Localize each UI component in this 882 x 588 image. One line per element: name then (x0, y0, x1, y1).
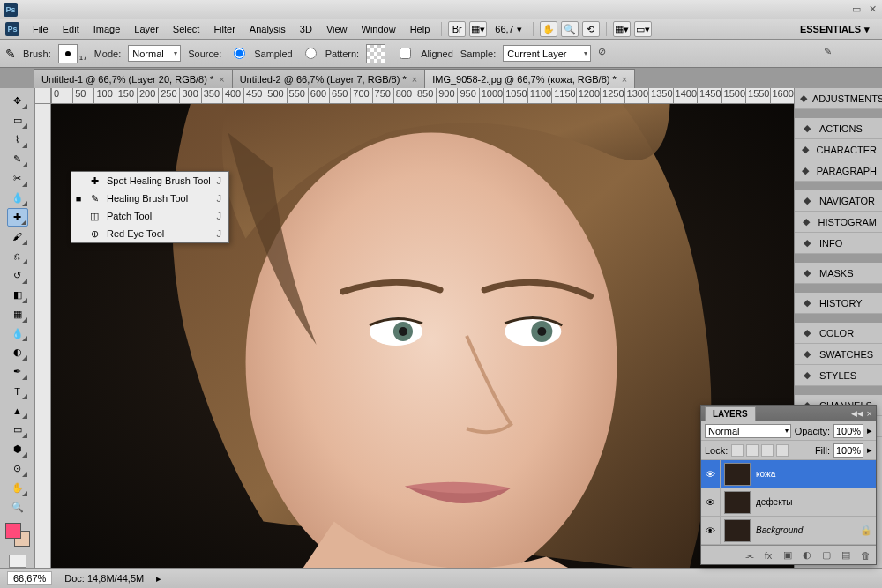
menu-select[interactable]: Select (167, 21, 206, 37)
brush-preset-picker[interactable] (58, 44, 78, 63)
pen-tool[interactable]: ✒ (7, 362, 28, 381)
blur-tool[interactable]: 💧 (7, 324, 28, 343)
panel-tab-info[interactable]: ◆INFO (795, 233, 882, 254)
blend-mode-dropdown[interactable]: Normal (705, 424, 791, 438)
menu-layer[interactable]: Layer (128, 21, 165, 37)
document-tab[interactable]: Untitled-2 @ 66,7% (Layer 7, RGB/8) *× (232, 69, 426, 88)
panel-tab-character[interactable]: ◆CHARACTER (795, 139, 882, 160)
menu-analysis[interactable]: Analysis (243, 21, 292, 37)
new-layer-icon[interactable]: ▤ (839, 548, 853, 562)
marquee-tool[interactable]: ▭ (7, 111, 28, 130)
delete-layer-icon[interactable]: 🗑 (858, 548, 872, 562)
opacity-input[interactable]: 100% (833, 424, 863, 438)
arrange-icon[interactable]: ▦▾ (613, 21, 631, 37)
menu-help[interactable]: Help (404, 21, 437, 37)
type-tool[interactable]: T (7, 382, 28, 400)
color-swatches[interactable] (5, 523, 30, 547)
panel-tab-adjustments[interactable]: ◆ADJUSTMENTS (795, 88, 882, 109)
menu-file[interactable]: File (26, 21, 55, 37)
menu-image[interactable]: Image (87, 21, 127, 37)
zoom-tool-shortcut-icon[interactable]: 🔍 (561, 21, 579, 37)
path-select-tool[interactable]: ▲ (7, 401, 28, 420)
menu-3d[interactable]: 3D (294, 21, 318, 37)
document-tab[interactable]: Untitled-1 @ 66,7% (Layer 20, RGB/8) *× (34, 69, 233, 88)
mode-dropdown[interactable]: Normal (128, 45, 181, 62)
fill-flyout-icon[interactable]: ▸ (867, 444, 872, 456)
close-icon[interactable]: × (622, 74, 627, 85)
visibility-toggle-icon[interactable]: 👁 (701, 517, 721, 544)
layer-thumbnail[interactable] (724, 519, 751, 542)
panel-tab-history[interactable]: ◆HISTORY (795, 293, 882, 314)
flyout-patch[interactable]: ◫ Patch ToolJ (71, 207, 228, 225)
close-icon[interactable]: × (219, 74, 224, 85)
menu-view[interactable]: View (320, 21, 354, 37)
opacity-flyout-icon[interactable]: ▸ (867, 425, 872, 436)
visibility-toggle-icon[interactable]: 👁 (701, 488, 721, 516)
foreground-color-swatch[interactable] (5, 523, 21, 539)
layer-mask-icon[interactable]: ▣ (781, 548, 795, 562)
horizontal-ruler[interactable]: 0501001502002503003504004505005506006507… (51, 88, 794, 104)
panel-tab-styles[interactable]: ◆STYLES (795, 365, 882, 386)
3d-camera-tool[interactable]: ⊙ (7, 459, 28, 478)
brush-tool[interactable]: 🖌 (7, 227, 28, 246)
panel-tab-paragraph[interactable]: ◆PARAGRAPH (795, 160, 882, 182)
link-layers-icon[interactable]: ⫘ (742, 548, 756, 562)
3d-tool[interactable]: ⬢ (7, 440, 28, 458)
vertical-ruler[interactable] (35, 104, 51, 568)
menu-filter[interactable]: Filter (207, 21, 241, 37)
sample-dropdown[interactable]: Current Layer (503, 45, 591, 62)
layer-group-icon[interactable]: ▢ (819, 548, 833, 562)
eyedropper-tool[interactable]: 💧 (7, 189, 28, 207)
hand-tool-shortcut-icon[interactable]: ✋ (540, 21, 557, 37)
move-tool[interactable]: ✥ (7, 92, 28, 110)
panel-tab-color[interactable]: ◆COLOR (795, 323, 882, 344)
panel-tab-navigator[interactable]: ◆NAVIGATOR (795, 190, 882, 212)
source-sampled-radio[interactable] (234, 48, 245, 59)
history-brush-tool[interactable]: ↺ (7, 266, 28, 285)
layer-thumbnail[interactable] (724, 491, 751, 514)
layer-style-icon[interactable]: fx (761, 548, 775, 562)
visibility-toggle-icon[interactable]: 👁 (701, 460, 721, 488)
bridge-icon[interactable]: Br (448, 21, 466, 37)
pattern-swatch[interactable] (366, 44, 385, 63)
panel-tab-actions[interactable]: ◆ACTIONS (795, 118, 882, 139)
lasso-tool[interactable]: ⌇ (7, 130, 28, 149)
gradient-tool[interactable]: ▦ (7, 305, 28, 324)
layer-thumbnail[interactable] (724, 463, 751, 486)
rotate-view-icon[interactable]: ⟲ (582, 21, 600, 37)
shape-tool[interactable]: ▭ (7, 421, 28, 439)
eraser-tool[interactable]: ◧ (7, 286, 28, 304)
layer-item[interactable]: 👁кожа (701, 460, 876, 488)
ignore-adjustment-icon[interactable]: ⊘ (598, 46, 616, 62)
flyout-healing-brush[interactable]: ■✎ Healing Brush ToolJ (71, 190, 228, 207)
layer-name[interactable]: Background (754, 525, 860, 535)
quick-select-tool[interactable]: ✎ (7, 150, 28, 168)
panel-tab-swatches[interactable]: ◆SWATCHES (795, 344, 882, 365)
close-icon[interactable]: × (412, 74, 417, 85)
panel-tab-masks[interactable]: ◆MASKS (795, 263, 882, 284)
layer-name[interactable]: дефекты (754, 497, 876, 507)
crop-tool[interactable]: ✂ (7, 169, 28, 188)
workspace-switcher[interactable]: ESSENTIALS ▾ (793, 21, 877, 38)
zoom-display[interactable]: 66,7 ▾ (495, 24, 521, 35)
lock-position-icon[interactable] (761, 444, 774, 457)
source-pattern-radio[interactable] (305, 48, 317, 59)
layer-name[interactable]: кожа (754, 469, 876, 479)
adjustment-layer-icon[interactable]: ◐ (800, 548, 814, 562)
hand-tool[interactable]: ✋ (7, 479, 28, 497)
window-close-icon[interactable]: ✕ (866, 4, 878, 15)
menu-window[interactable]: Window (355, 21, 402, 37)
menu-edit[interactable]: Edit (56, 21, 86, 37)
window-restore-icon[interactable]: ▭ (850, 4, 863, 15)
lock-transparency-icon[interactable] (731, 444, 744, 457)
status-flyout-icon[interactable]: ▸ (156, 573, 161, 584)
document-tab[interactable]: IMG_9058-2.jpg @ 66,7% (кожа, RGB/8) *× (424, 69, 635, 88)
window-minimize-icon[interactable]: — (834, 4, 847, 15)
layers-tab[interactable]: LAYERS (705, 406, 756, 421)
collapse-icon[interactable]: ◀◀ (851, 409, 863, 418)
view-extras-icon[interactable]: ▦▾ (469, 21, 487, 37)
ruler-origin[interactable] (35, 88, 51, 104)
healing-brush-tool[interactable]: ✚ (7, 208, 28, 227)
layer-item[interactable]: 👁Background🔒 (701, 517, 876, 545)
aligned-checkbox[interactable] (400, 48, 411, 59)
